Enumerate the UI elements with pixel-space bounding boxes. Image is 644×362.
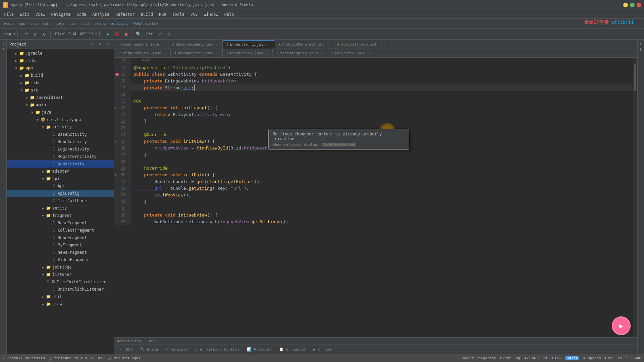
toolbar-stop-btn[interactable]: ■ — [122, 30, 130, 38]
tree-item-webactivity[interactable]: C WebActivity — [7, 160, 114, 168]
toolbar-debug-btn[interactable]: 🐞 — [113, 30, 121, 38]
tree-item-myfragment[interactable]: C MyFragment — [7, 241, 114, 249]
menu-analyze[interactable]: Analyze — [90, 11, 112, 17]
menu-view[interactable]: View — [33, 11, 48, 17]
tree-item-entity[interactable]: ▶ 📁 entity — [7, 204, 114, 212]
tab-close-webactivity[interactable]: ✕ — [267, 43, 271, 47]
nav-java[interactable]: java — [56, 21, 65, 26]
bottom-tab-terminal[interactable]: ⌨ Terminal — [163, 347, 191, 352]
right-icon-layout[interactable]: L — [638, 41, 644, 46]
tree-item-onitemclick[interactable]: C OnItemClickListener — [7, 286, 114, 293]
code-editor[interactable]: **/ @SuppressLint("SetJavaScriptEnabled"… — [131, 58, 633, 337]
toolbar-sync-btn[interactable]: ⟳ — [22, 30, 30, 38]
menu-tools[interactable]: Tools — [170, 11, 187, 17]
tab-activityweb[interactable]: X activity_web.xml ✕ — [334, 40, 386, 49]
tree-item-apiconfig[interactable]: C ApiConfig — [7, 190, 114, 197]
tab-close-videoadapter[interactable]: ✕ — [320, 51, 324, 55]
tree-item-api-folder[interactable]: ▼ 📁 api — [7, 175, 114, 182]
bottom-tab-run[interactable]: ▶ 4: Run — [311, 347, 334, 352]
toolbar-git-check[interactable]: ✓ — [156, 30, 164, 38]
tab-newsadapter[interactable]: J NewsAdapter.java ✕ — [171, 49, 223, 57]
tab-close-newsadapter[interactable]: ✕ — [215, 51, 219, 55]
tree-item-jsbridge[interactable]: ▶ 📁 jsbridge — [7, 263, 114, 271]
nav-src[interactable]: src — [30, 21, 37, 26]
bottom-tab-profiler[interactable]: 📊 Profiler — [244, 347, 274, 352]
tree-item-newsfragment[interactable]: C NewsFragment — [7, 249, 114, 256]
left-icon-2[interactable]: 2 — [1, 47, 6, 52]
panel-sync-icon[interactable]: ⟳ — [89, 41, 95, 47]
left-icon-1[interactable]: 1 — [1, 41, 6, 46]
bottom-tab-todo[interactable]: ✓ TODO — [117, 347, 136, 352]
tree-item-baseactivity[interactable]: C BaseActivity — [7, 131, 114, 138]
status-position[interactable]: 17:24 — [524, 356, 535, 360]
menu-edit[interactable]: Edit — [17, 11, 32, 17]
toolbar-run-btn[interactable]: ▶ — [104, 30, 112, 38]
bottom-tab-logcat[interactable]: 📋 6: Logcat — [276, 347, 309, 352]
right-icon-event[interactable]: E — [638, 47, 644, 52]
menu-navigate[interactable]: Navigate — [49, 11, 73, 17]
tree-item-main[interactable]: ▼ 📁 main — [7, 101, 114, 109]
tree-item-app[interactable]: ▼ 📁 app — [7, 64, 114, 72]
status-charset[interactable]: UTF- — [552, 356, 561, 360]
status-crlf[interactable]: CRLF — [539, 356, 548, 360]
tree-item-videofragment[interactable]: C VideoFragment — [7, 256, 114, 263]
panel-gear-icon[interactable]: ⚙ — [97, 41, 103, 47]
tree-item-util[interactable]: ▶ 📁 util — [7, 293, 114, 300]
menu-refactor[interactable]: Refactor — [113, 11, 138, 17]
tab-bridgewebview[interactable]: J BridgeWebView.java ✕ — [114, 49, 171, 57]
video-widget[interactable]: ▶ — [612, 316, 631, 335]
tab-close-basefragment[interactable]: ✕ — [215, 42, 219, 46]
tab-newsfragment[interactable]: J NewsFragment.java ✕ — [114, 40, 168, 49]
toolbar-git-merge[interactable]: ↕ — [165, 30, 173, 38]
menu-vcs[interactable]: VCS — [188, 11, 201, 17]
tab-close-newsfragment[interactable]: ✕ — [161, 42, 165, 46]
menu-help[interactable]: Help — [222, 11, 237, 17]
tree-item-libs[interactable]: ▶ 📁 libs — [7, 79, 114, 86]
nav-webactivity[interactable]: WebActivity — [133, 21, 158, 26]
tab-videoadapter[interactable]: J VideoAdapter.java ✕ — [273, 49, 327, 57]
menu-file[interactable]: File — [1, 11, 16, 17]
tree-item-basefragment[interactable]: C BaseFragment — [7, 219, 114, 227]
toolbar-undo-btn[interactable]: ↺ — [31, 30, 39, 38]
toolbar-redo-btn[interactable]: ↻ — [40, 30, 48, 38]
tree-item-view-folder[interactable]: ▶ 📁 view — [7, 300, 114, 308]
tree-item-ttitcallback[interactable]: C TtitCallback — [7, 197, 114, 204]
panel-minimize-icon[interactable]: — — [105, 41, 111, 47]
tree-item-api-class[interactable]: C Api — [7, 182, 114, 190]
tab-close-bridgewebview[interactable]: ✕ — [163, 51, 167, 55]
tab-newsentity[interactable]: J NewsEntity.java ✕ — [223, 49, 273, 57]
tree-item-activity-folder[interactable]: ▼ 📁 activity — [7, 123, 114, 131]
editor-scrollbar[interactable] — [633, 58, 637, 337]
nav-main[interactable]: main — [42, 21, 51, 26]
toolbar-app-dropdown[interactable]: app ▾ — [2, 31, 18, 37]
tree-item-idea[interactable]: ▶ 📁 .idea — [7, 57, 114, 64]
nav-activity[interactable]: activity — [111, 21, 128, 26]
nav-ttit[interactable]: ttit — [81, 21, 90, 26]
tree-item-registeractivity[interactable]: C RegisterActivity — [7, 153, 114, 160]
tree-item-package[interactable]: ▼ 📦 com.ttit.myapp — [7, 116, 114, 123]
menu-run[interactable]: Run — [156, 11, 169, 17]
toolbar-search-btn[interactable]: 🔍 — [135, 30, 143, 38]
nav-myapp2[interactable]: myapp — [95, 21, 106, 26]
tree-item-java[interactable]: ▼ 📁 java — [7, 109, 114, 116]
tree-item-listener-folder[interactable]: ▼ 📁 listener — [7, 271, 114, 278]
maximize-btn[interactable] — [630, 3, 635, 7]
tree-item-collectfragment[interactable]: C CollectFragment — [7, 227, 114, 234]
nav-com[interactable]: com — [69, 21, 76, 26]
toolbar-device-dropdown[interactable]: Pixel 3 XL API 29 ▾ — [53, 31, 100, 37]
tree-item-onitemchild[interactable]: C OnItemChildClickListen... — [7, 278, 114, 286]
close-btn[interactable] — [637, 3, 641, 7]
scrollbar-thumb[interactable] — [634, 64, 636, 91]
tab-close-manifest[interactable]: ✕ — [326, 42, 330, 46]
bottom-tab-build[interactable]: 🔨 Build — [138, 347, 161, 352]
tab-close-apiconfig[interactable]: ✕ — [367, 51, 371, 55]
tree-item-homefragment[interactable]: C HomeFragment — [7, 234, 114, 241]
tab-manifest[interactable]: X AndroidManifest.xml ✕ — [275, 40, 334, 49]
tree-item-adapter[interactable]: ▶ 📁 adapter — [7, 168, 114, 175]
status-badge[interactable]: 14:21 — [565, 356, 579, 360]
minimize-btn[interactable] — [623, 3, 628, 7]
tree-item-androidtest[interactable]: ▶ 📁 androidTest — [7, 94, 114, 101]
status-event-log[interactable]: Event Log — [500, 356, 520, 360]
tree-item-fragment-folder[interactable]: ▼ 📁 fragment — [7, 212, 114, 219]
nav-myapp[interactable]: myapp — [3, 21, 14, 26]
